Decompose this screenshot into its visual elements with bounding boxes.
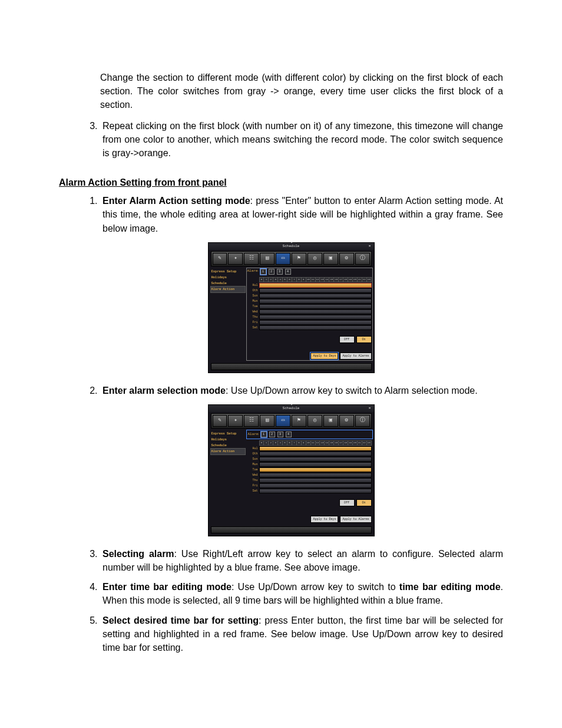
day-label-hol: Hol bbox=[247, 284, 259, 288]
time-bar-tue[interactable] bbox=[259, 304, 372, 309]
time-bar-thu[interactable] bbox=[259, 315, 372, 319]
sidebar-item-alarm-action[interactable]: Alarm Action bbox=[211, 449, 245, 454]
day-label-mon: Mon bbox=[247, 299, 259, 304]
off-button[interactable]: Off bbox=[339, 336, 355, 343]
step-4-text-a: : Use Up/Down arrow key to switch to bbox=[232, 582, 399, 592]
sidebar-item-schedule[interactable]: Schedule bbox=[211, 443, 245, 449]
apply-to-days-button[interactable]: Apply to Days bbox=[310, 516, 338, 523]
toolbar-icon-8[interactable]: ▣ bbox=[323, 253, 338, 265]
time-bar-hol[interactable] bbox=[259, 283, 372, 288]
alarm-selector-row: Alarm 1 2 3 4 bbox=[247, 269, 372, 275]
section-heading: Alarm Action Setting from front panel bbox=[59, 177, 503, 188]
window-title: Schedule bbox=[283, 244, 300, 248]
time-bar-oth[interactable] bbox=[259, 452, 372, 456]
alarm-number-3[interactable]: 3 bbox=[277, 269, 283, 275]
toolbar-icon-7[interactable]: ◎ bbox=[308, 415, 322, 427]
toolbar-icon-6[interactable]: ⚑ bbox=[292, 253, 306, 265]
time-bar-mon[interactable] bbox=[259, 462, 372, 467]
toolbar-icon-3[interactable]: ☷ bbox=[244, 415, 259, 427]
day-label-mon: Mon bbox=[247, 463, 259, 467]
alarm-label: Alarm bbox=[247, 269, 258, 274]
sidebar-item-holidays[interactable]: Holidays bbox=[211, 437, 245, 443]
time-bar-mon[interactable] bbox=[259, 299, 372, 304]
toolbar-icon-2[interactable]: ✦ bbox=[228, 415, 243, 427]
toolbar-icon-10[interactable]: ⓘ bbox=[355, 415, 370, 427]
close-icon[interactable]: × bbox=[367, 243, 373, 249]
step-4: Enter time bar editing mode: Use Up/Down… bbox=[100, 580, 503, 607]
toolbar-icon-4[interactable]: ▤ bbox=[260, 415, 275, 427]
toolbar-icon-9[interactable]: ⚙ bbox=[339, 253, 354, 265]
intro-step-3-text: Repeat clicking on the first block (with… bbox=[103, 121, 503, 158]
off-button[interactable]: Off bbox=[339, 499, 355, 506]
alarm-number-4[interactable]: 4 bbox=[285, 269, 291, 275]
schedule-window-1: ➤ Schedule × ✎ ✦ ☷ ▤ ▭ ⚑ ◎ ▣ ⚙ bbox=[208, 242, 375, 373]
toolbar-icon-10[interactable]: ⓘ bbox=[355, 253, 370, 265]
step-2-title: Enter alarm selection mode bbox=[103, 386, 226, 396]
day-label-hol: Hol bbox=[247, 447, 259, 451]
toolbar-icon-4[interactable]: ▤ bbox=[260, 253, 275, 265]
time-bar-fri[interactable] bbox=[259, 320, 372, 325]
intro-paragraph-1: Change the section to different mode (wi… bbox=[100, 71, 503, 112]
window-title: Schedule bbox=[283, 406, 300, 410]
day-label-thu: Thu bbox=[247, 479, 259, 483]
schedule-window-2: ➤ Schedule × ✎ ✦ ☷ ▤ ▭ ⚑ ◎ ▣ ⚙ bbox=[208, 404, 375, 536]
step-3-title: Selecting alarm bbox=[103, 549, 174, 559]
step-1: Enter Alarm Action setting mode: press "… bbox=[100, 194, 503, 373]
time-bar-wed[interactable] bbox=[259, 309, 372, 314]
toolbar-icon-7[interactable]: ◎ bbox=[308, 253, 322, 265]
time-bar-wed[interactable] bbox=[259, 473, 372, 477]
window-toolbar: ✎ ✦ ☷ ▤ ▭ ⚑ ◎ ▣ ⚙ ⓘ bbox=[211, 413, 372, 429]
time-bar-sat[interactable] bbox=[259, 489, 372, 493]
step-5: Select desired time bar for setting: pre… bbox=[100, 614, 503, 655]
toolbar-icon-2[interactable]: ✦ bbox=[228, 253, 243, 265]
apply-to-days-button[interactable]: Apply to Days bbox=[310, 353, 338, 360]
time-bar-thu[interactable] bbox=[259, 478, 372, 483]
step-1-title: Enter Alarm Action setting mode bbox=[103, 196, 250, 206]
alarm-selector-row: Alarm 1 2 3 4 bbox=[247, 431, 372, 438]
alarm-number-1[interactable]: 1 bbox=[260, 269, 266, 275]
day-label-tue: Tue bbox=[247, 305, 259, 309]
step-2: Enter alarm selection mode: Use Up/Down … bbox=[100, 384, 503, 536]
on-button[interactable]: On bbox=[356, 336, 372, 343]
toolbar-icon-5[interactable]: ▭ bbox=[276, 253, 290, 265]
apply-to-alarms-button[interactable]: Apply to Alarms bbox=[340, 353, 371, 360]
day-label-tue: Tue bbox=[247, 468, 259, 472]
day-label-fri: Fri bbox=[247, 321, 259, 325]
toolbar-icon-8[interactable]: ▣ bbox=[323, 415, 338, 427]
day-label-thu: Thu bbox=[247, 315, 259, 319]
on-button[interactable]: On bbox=[356, 499, 372, 506]
sidebar-item-express[interactable]: Express Setup bbox=[211, 269, 245, 275]
sidebar-item-alarm-action[interactable]: Alarm Action bbox=[211, 286, 245, 292]
sidebar-item-express[interactable]: Express Setup bbox=[211, 431, 245, 437]
time-bar-fri[interactable] bbox=[259, 483, 372, 488]
day-label-fri: Fri bbox=[247, 484, 259, 488]
toolbar-icon-5[interactable]: ▭ bbox=[276, 415, 290, 427]
close-icon[interactable]: × bbox=[367, 406, 373, 411]
editing-area: Alarm 1 2 3 4 01234567891011121314151617… bbox=[247, 431, 372, 523]
time-bar-hol[interactable] bbox=[259, 446, 372, 451]
time-bar-sun[interactable] bbox=[259, 457, 372, 462]
day-label-sun: Sun bbox=[247, 457, 259, 462]
time-bar-sat[interactable] bbox=[259, 325, 372, 330]
time-bar-oth[interactable] bbox=[259, 288, 372, 293]
alarm-number-3[interactable]: 3 bbox=[277, 431, 283, 437]
alarm-number-1[interactable]: 1 bbox=[261, 431, 267, 437]
step-4-title: Enter time bar editing mode bbox=[103, 582, 232, 592]
sidebar: Express Setup Holidays Schedule Alarm Ac… bbox=[211, 269, 245, 360]
intro-step-3: Repeat clicking on the first block (with… bbox=[100, 119, 503, 160]
toolbar-icon-3[interactable]: ☷ bbox=[244, 253, 259, 265]
sidebar-item-schedule[interactable]: Schedule bbox=[211, 281, 245, 286]
apply-to-alarms-button[interactable]: Apply to Alarms bbox=[340, 516, 371, 523]
alarm-number-2[interactable]: 2 bbox=[269, 431, 275, 437]
toolbar-icon-1[interactable]: ✎ bbox=[213, 415, 227, 427]
alarm-number-4[interactable]: 4 bbox=[286, 431, 292, 437]
toolbar-icon-9[interactable]: ⚙ bbox=[339, 415, 354, 427]
toolbar-icon-1[interactable]: ✎ bbox=[213, 253, 227, 265]
time-bar-tue[interactable] bbox=[259, 467, 372, 472]
time-bar-sun[interactable] bbox=[259, 294, 372, 298]
alarm-number-2[interactable]: 2 bbox=[269, 269, 275, 275]
sidebar-item-holidays[interactable]: Holidays bbox=[211, 275, 245, 281]
toolbar-icon-6[interactable]: ⚑ bbox=[292, 415, 306, 427]
step-5-title: Select desired time bar for setting bbox=[103, 615, 259, 625]
editing-area: Alarm 1 2 3 4 01234567891011121314151617… bbox=[247, 269, 372, 360]
